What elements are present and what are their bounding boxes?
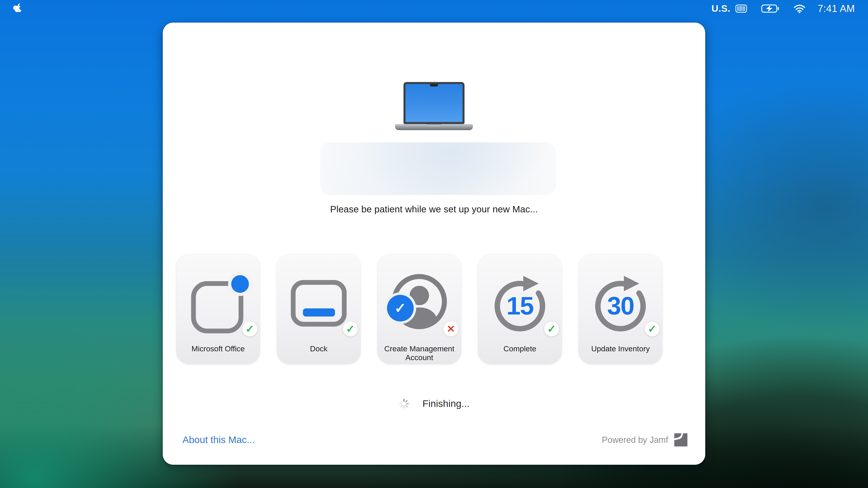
powered-by-label: Powered by Jamf bbox=[602, 435, 668, 445]
task-tile-create-management-account: ✓ ✕ Create Management Account bbox=[377, 254, 461, 364]
task-tile-label: Microsoft Office bbox=[180, 344, 256, 353]
wifi-icon bbox=[794, 4, 805, 13]
x-icon: ✕ bbox=[447, 324, 455, 334]
status-badge-success: ✓ bbox=[645, 322, 659, 336]
status-badge-failed: ✕ bbox=[443, 322, 458, 336]
task-tile-row: ✓ Microsoft Office ✓ Dock bbox=[176, 254, 662, 364]
check-icon: ✓ bbox=[246, 324, 254, 334]
battery-charging-icon bbox=[761, 4, 780, 13]
task-tile-label: Create Management Account bbox=[381, 344, 458, 362]
macbook-base bbox=[395, 124, 473, 130]
input-source-menu[interactable]: U.S. bbox=[711, 3, 730, 14]
setup-card: Please be patient while we set up your n… bbox=[163, 23, 705, 465]
timer-15-icon: 15 bbox=[492, 272, 548, 332]
task-tile-complete: 15 ✓ Complete bbox=[478, 254, 562, 364]
task-tile-label: Dock bbox=[281, 344, 357, 353]
task-tile-dock: ✓ Dock bbox=[277, 254, 361, 364]
keyboard-menu[interactable] bbox=[735, 4, 747, 13]
clock-menu[interactable]: 7:41 AM bbox=[817, 3, 855, 14]
task-tile-update-inventory: 30 ✓ Update Inventory bbox=[579, 254, 662, 364]
about-this-mac-link[interactable]: About this Mac... bbox=[182, 434, 255, 445]
check-icon: ✓ bbox=[395, 301, 406, 315]
check-icon: ✓ bbox=[648, 324, 657, 334]
task-tile-label: Update Inventory bbox=[582, 344, 659, 353]
jamf-logo-icon bbox=[674, 433, 688, 447]
task-tile-label: Complete bbox=[482, 344, 558, 353]
status-badge-success: ✓ bbox=[343, 322, 358, 336]
account-created-badge: ✓ bbox=[387, 295, 414, 322]
keyboard-icon bbox=[735, 4, 747, 13]
timer-30-icon: 30 bbox=[592, 272, 649, 332]
dock-icon bbox=[290, 272, 347, 332]
check-icon: ✓ bbox=[547, 324, 556, 334]
macbook-illustration bbox=[395, 82, 473, 130]
apple-menu[interactable] bbox=[13, 3, 22, 14]
progress-status-text: Finishing... bbox=[423, 398, 469, 409]
progress-spinner-icon bbox=[399, 398, 409, 409]
app-install-icon bbox=[190, 272, 246, 332]
battery-menu[interactable] bbox=[761, 4, 780, 13]
progress-row: Finishing... bbox=[163, 398, 705, 409]
organization-logo-placeholder bbox=[320, 142, 556, 195]
timer-number: 15 bbox=[492, 291, 548, 320]
macbook-notch bbox=[430, 84, 438, 87]
powered-by-jamf: Powered by Jamf bbox=[602, 433, 688, 447]
wifi-menu[interactable] bbox=[794, 4, 805, 13]
patience-message: Please be patient while we set up your n… bbox=[163, 204, 705, 215]
check-icon: ✓ bbox=[346, 324, 355, 334]
status-badge-success: ✓ bbox=[242, 322, 257, 336]
macbook-screen bbox=[403, 82, 465, 124]
desktop: U.S. bbox=[0, 0, 868, 488]
menu-bar: U.S. bbox=[0, 0, 868, 17]
timer-number: 30 bbox=[592, 291, 649, 320]
task-tile-microsoft-office: ✓ Microsoft Office bbox=[176, 254, 260, 364]
apple-logo-icon bbox=[13, 3, 22, 14]
status-badge-success: ✓ bbox=[544, 322, 559, 336]
